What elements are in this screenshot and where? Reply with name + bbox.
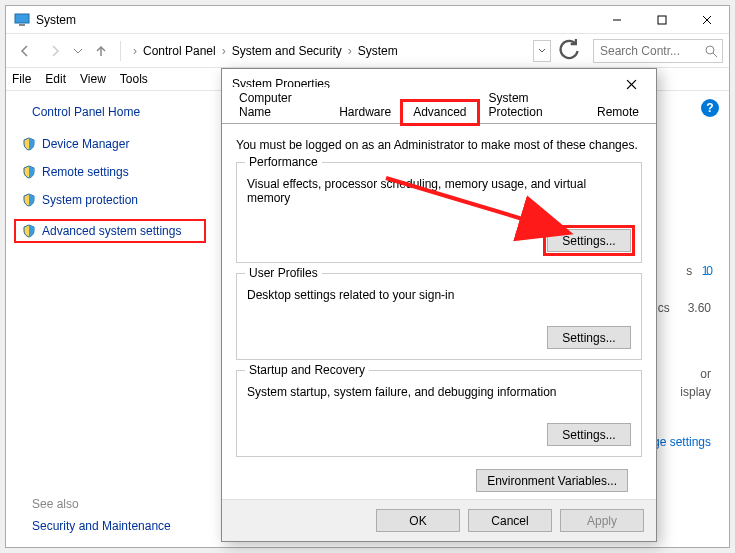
tab-hardware[interactable]: Hardware [328, 101, 402, 124]
chevron-right-icon: › [133, 44, 137, 58]
maximize-button[interactable] [639, 6, 684, 33]
apply-button[interactable]: Apply [560, 509, 644, 532]
refresh-button[interactable] [557, 39, 581, 63]
menu-file[interactable]: File [12, 72, 31, 86]
close-button[interactable] [684, 6, 729, 33]
tab-remote[interactable]: Remote [586, 101, 650, 124]
chevron-right-icon: › [348, 44, 352, 58]
search-icon [704, 44, 718, 58]
menu-view[interactable]: View [80, 72, 106, 86]
group-legend: Startup and Recovery [245, 363, 369, 377]
spec-fragment-row: or isplay [680, 367, 711, 399]
sidebar-item-device-manager[interactable]: Device Manager [18, 135, 206, 153]
shield-icon [22, 165, 36, 179]
tab-system-protection[interactable]: System Protection [478, 87, 586, 124]
nav-history-dropdown[interactable] [72, 47, 84, 55]
search-box[interactable] [593, 39, 723, 63]
tab-panel-advanced: You must be logged on as an Administrato… [222, 123, 656, 485]
sidebar-item-advanced-system-settings[interactable]: Advanced system settings [14, 219, 206, 243]
breadcrumb-segment[interactable]: System and Security [230, 44, 344, 58]
startup-recovery-settings-button[interactable]: Settings... [547, 423, 631, 446]
navbar: › Control Panel › System and Security › … [6, 34, 729, 68]
chevron-right-icon: › [222, 44, 226, 58]
os-edition-fragment: s 10 [686, 231, 711, 286]
sidebar-item-system-protection[interactable]: System protection [18, 191, 206, 209]
search-input[interactable] [600, 44, 716, 58]
performance-settings-button[interactable]: Settings... [547, 229, 631, 252]
sidebar-label: Remote settings [42, 165, 129, 179]
group-desc: Desktop settings related to your sign-in [247, 288, 631, 308]
admin-note: You must be logged on as an Administrato… [236, 138, 642, 152]
breadcrumb-segment[interactable]: System [356, 44, 400, 58]
separator [120, 41, 121, 61]
nav-up-button[interactable] [88, 38, 114, 64]
svg-rect-0 [15, 14, 29, 23]
tab-computer-name[interactable]: Computer Name [228, 87, 328, 124]
user-profiles-group: User Profiles Desktop settings related t… [236, 273, 642, 360]
see-also-heading: See also [32, 497, 206, 511]
menu-edit[interactable]: Edit [45, 72, 66, 86]
control-panel-home-link[interactable]: Control Panel Home [32, 105, 206, 119]
sidebar-label: Device Manager [42, 137, 129, 151]
cancel-button[interactable]: Cancel [468, 509, 552, 532]
ok-button[interactable]: OK [376, 509, 460, 532]
sidebar-item-remote-settings[interactable]: Remote settings [18, 163, 206, 181]
address-bar[interactable]: › Control Panel › System and Security › … [129, 39, 525, 63]
sidebar: Control Panel Home Device Manager Remote… [6, 91, 216, 547]
spec-fragment-row: nics 3.60 [648, 301, 711, 315]
nav-forward-button[interactable] [42, 38, 68, 64]
menu-tools[interactable]: Tools [120, 72, 148, 86]
group-desc: System startup, system failure, and debu… [247, 385, 631, 405]
system-icon [14, 12, 30, 28]
svg-point-9 [706, 46, 714, 54]
dialog-button-row: OK Cancel Apply [222, 499, 656, 541]
group-desc: Visual effects, processor scheduling, me… [247, 177, 631, 211]
shield-icon [22, 224, 36, 238]
system-properties-dialog: System Properties Computer Name Hardware… [221, 68, 657, 542]
sidebar-label: Advanced system settings [42, 224, 181, 238]
minimize-button[interactable] [594, 6, 639, 33]
address-dropdown[interactable] [533, 40, 551, 62]
help-button[interactable]: ? [701, 99, 719, 117]
shield-icon [22, 193, 36, 207]
group-legend: User Profiles [245, 266, 322, 280]
security-maintenance-link[interactable]: Security and Maintenance [32, 519, 206, 533]
svg-rect-1 [19, 24, 25, 26]
user-profiles-settings-button[interactable]: Settings... [547, 326, 631, 349]
dialog-tabs: Computer Name Hardware Advanced System P… [222, 100, 656, 124]
window-title: System [36, 13, 594, 27]
startup-recovery-group: Startup and Recovery System startup, sys… [236, 370, 642, 457]
svg-line-10 [713, 53, 717, 57]
shield-icon [22, 137, 36, 151]
nav-back-button[interactable] [12, 38, 38, 64]
tab-advanced[interactable]: Advanced [402, 101, 477, 124]
environment-variables-button[interactable]: Environment Variables... [476, 469, 628, 492]
titlebar: System [6, 6, 729, 34]
performance-group: Performance Visual effects, processor sc… [236, 162, 642, 263]
dialog-close-button[interactable] [616, 69, 646, 99]
sidebar-label: System protection [42, 193, 138, 207]
svg-rect-3 [658, 16, 666, 24]
group-legend: Performance [245, 155, 322, 169]
breadcrumb-segment[interactable]: Control Panel [141, 44, 218, 58]
